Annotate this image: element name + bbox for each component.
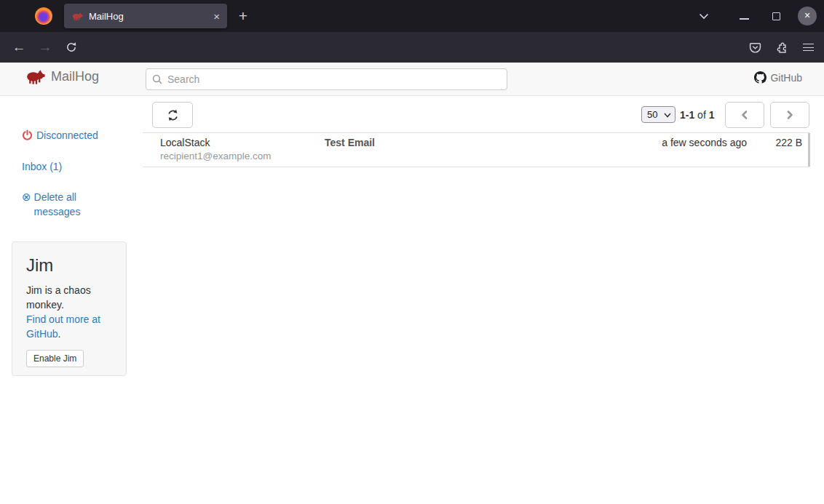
chevron-right-icon <box>785 110 795 120</box>
message-size: 222 B <box>775 137 802 148</box>
refresh-button[interactable] <box>152 102 193 128</box>
jim-panel: Jim Jim is a chaos monkey. Find out more… <box>12 241 127 376</box>
jim-title: Jim <box>26 255 112 276</box>
message-subject: Test Email <box>325 137 375 148</box>
extensions-puzzle-icon[interactable] <box>776 41 788 54</box>
range-total: 1 <box>709 109 715 121</box>
window-close-button[interactable]: × <box>798 7 817 25</box>
pagination-range: 1-1 of 1 <box>680 109 715 121</box>
delete-all-icon: ⊗ <box>22 190 31 204</box>
github-link[interactable]: GitHub <box>754 71 802 84</box>
page-size-select-wrap: 50 <box>641 106 676 123</box>
tab-title: MailHog <box>89 11 213 22</box>
range-current: 1-1 <box>680 109 694 121</box>
mailhog-brand[interactable]: MailHog <box>25 69 99 84</box>
search-icon <box>152 74 162 84</box>
range-of: of <box>694 109 708 121</box>
sidebar-item-delete-all[interactable]: ⊗ Delete all messages <box>22 190 106 219</box>
menu-hamburger-icon[interactable] <box>803 44 814 51</box>
browser-titlebar: MailHog × + × <box>0 0 824 32</box>
navbar-right-icons <box>742 32 824 63</box>
page-size-select[interactable]: 50 <box>641 106 676 123</box>
github-label: GitHub <box>770 72 802 84</box>
search-input[interactable] <box>167 73 501 85</box>
chevron-left-icon <box>740 110 750 120</box>
search-box <box>146 68 507 90</box>
sidebar-item-connection-status[interactable]: Disconnected <box>22 128 98 143</box>
mailhog-favicon-icon <box>71 12 83 21</box>
inbox-label: Inbox (1) <box>22 159 62 174</box>
tab-close-icon[interactable]: × <box>213 11 220 22</box>
browser-tab-mailhog[interactable]: MailHog × <box>64 4 227 28</box>
jim-link-period: . <box>58 328 61 340</box>
message-recipient: recipient1@example.com <box>160 151 272 161</box>
reload-icon <box>66 41 77 53</box>
enable-jim-button[interactable]: Enable Jim <box>26 350 84 367</box>
screen: MailHog × + × ← → <box>0 0 824 504</box>
new-tab-button[interactable]: + <box>233 6 253 26</box>
jim-description: Jim is a chaos monkey. <box>26 283 112 312</box>
tab-list-chevron-icon[interactable] <box>699 13 709 20</box>
message-row[interactable]: LocalStack recipient1@example.com Test E… <box>143 132 809 167</box>
next-page-button[interactable] <box>770 102 809 128</box>
firefox-logo-icon[interactable] <box>35 7 52 25</box>
list-scrollbar-thumb[interactable] <box>808 133 810 167</box>
power-icon <box>22 129 33 140</box>
mailhog-pig-icon <box>25 69 45 84</box>
message-sender: LocalStack <box>160 137 210 148</box>
jim-github-link[interactable]: Find out more at GitHub <box>26 313 100 340</box>
sidebar-item-inbox[interactable]: Inbox (1) <box>22 159 62 174</box>
connection-status-label: Disconnected <box>36 128 98 143</box>
mailhog-header: MailHog GitHub <box>0 63 824 96</box>
forward-button[interactable]: → <box>33 32 57 63</box>
pocket-icon[interactable] <box>749 41 761 54</box>
window-controls: × <box>699 0 824 32</box>
back-button[interactable]: ← <box>7 32 31 63</box>
browser-navbar: ← → mailhog.localhost.localstack.cloud:4… <box>0 32 824 63</box>
refresh-icon <box>167 109 179 121</box>
window-minimize-button[interactable] <box>740 18 749 20</box>
reload-button[interactable] <box>60 32 83 63</box>
prev-page-button[interactable] <box>725 102 764 128</box>
delete-all-label: Delete all messages <box>34 190 106 219</box>
window-maximize-button[interactable] <box>772 12 780 20</box>
message-received-time: a few seconds ago <box>662 137 747 148</box>
github-octocat-icon <box>754 71 766 84</box>
brand-name: MailHog <box>51 69 99 84</box>
